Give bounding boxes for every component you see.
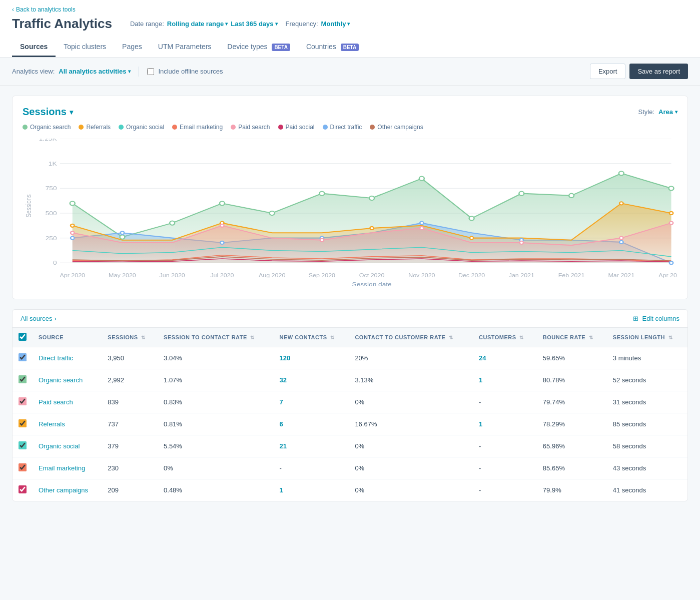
source-link[interactable]: Direct traffic: [39, 354, 73, 362]
svg-text:500: 500: [46, 210, 57, 217]
source-name-cell: Organic search: [33, 369, 102, 391]
source-link[interactable]: Other campaigns: [39, 486, 88, 494]
include-offline-text: Include offline sources: [158, 68, 223, 75]
tab-countries[interactable]: Countries BETA: [298, 38, 367, 57]
source-link[interactable]: Organic search: [39, 376, 83, 384]
row-checkbox[interactable]: [19, 375, 27, 383]
source-name-cell: Paid search: [33, 391, 102, 413]
source-name-cell: Organic social: [33, 435, 102, 457]
col-source: SOURCE: [33, 328, 102, 347]
sessions-cell: 230: [102, 457, 158, 479]
table-row: Direct traffic 3,950 3.04% 120 20% 24 59…: [13, 347, 687, 369]
svg-text:1K: 1K: [49, 161, 57, 167]
row-checkbox[interactable]: [19, 353, 27, 361]
session-to-contact-rate-cell: 3.04%: [158, 347, 274, 369]
svg-point-34: [420, 222, 423, 225]
beta-badge-device: BETA: [272, 44, 290, 51]
tab-topic-clusters[interactable]: Topic clusters: [56, 38, 114, 57]
col-bounce-rate: BOUNCE RATE ⇅: [537, 328, 607, 347]
legend-direct-traffic: Direct traffic: [323, 124, 362, 131]
table-row: Other campaigns 209 0.48% 1 0% - 79.9% 4…: [13, 479, 687, 501]
svg-text:Oct 2020: Oct 2020: [359, 273, 385, 278]
svg-text:Feb 2021: Feb 2021: [558, 273, 585, 278]
legend-dot-other-campaigns: [370, 125, 375, 130]
row-checkbox-cell[interactable]: [13, 457, 33, 479]
new-contacts-cell: 7: [274, 391, 349, 413]
analytics-view-dropdown[interactable]: All analytics activities: [59, 68, 131, 75]
contact-to-customer-rate-cell: 16.67%: [349, 413, 473, 435]
edit-columns-btn[interactable]: ⊞ Edit columns: [633, 315, 679, 322]
new-contacts-cell: -: [274, 457, 349, 479]
svg-point-17: [70, 201, 75, 205]
chart-title-dropdown[interactable]: Sessions: [23, 106, 73, 118]
svg-point-30: [71, 237, 74, 240]
table-row: Referrals 737 0.81% 6 16.67% 1 78.29% 85…: [13, 413, 687, 435]
customers-cell: -: [473, 391, 537, 413]
customers-cell: -: [473, 435, 537, 457]
row-checkbox[interactable]: [19, 441, 27, 449]
frequency-dropdown[interactable]: Monthly: [321, 20, 350, 28]
session-length-cell: 41 seconds: [607, 479, 687, 501]
source-link[interactable]: Organic social: [39, 442, 80, 450]
tab-utm-parameters[interactable]: UTM Parameters: [150, 38, 220, 57]
table-row: Email marketing 230 0% - 0% - 85.65% 43 …: [13, 457, 687, 479]
table-row: Organic search 2,992 1.07% 32 3.13% 1 80…: [13, 369, 687, 391]
row-checkbox-cell[interactable]: [13, 435, 33, 457]
source-name-cell: Direct traffic: [33, 347, 102, 369]
legend-dot-referrals: [79, 125, 84, 130]
all-sources-link[interactable]: All sources: [21, 315, 57, 322]
toolbar: Analytics view: All analytics activities…: [0, 58, 700, 86]
row-checkbox-cell[interactable]: [13, 413, 33, 435]
svg-point-23: [369, 196, 374, 200]
bounce-rate-cell: 59.65%: [537, 347, 607, 369]
tab-device-types[interactable]: Device types BETA: [219, 38, 298, 57]
svg-text:Aug 2020: Aug 2020: [259, 273, 285, 278]
back-link[interactable]: Back to analytics tools: [12, 6, 688, 13]
select-all-checkbox[interactable]: [19, 333, 27, 341]
session-to-contact-rate-cell: 5.54%: [158, 435, 274, 457]
row-checkbox[interactable]: [19, 419, 27, 427]
session-length-cell: 3 minutes: [607, 347, 687, 369]
row-checkbox[interactable]: [19, 463, 27, 471]
legend-paid-social: Paid social: [278, 124, 315, 131]
svg-text:0: 0: [53, 260, 57, 266]
row-checkbox[interactable]: [19, 397, 27, 405]
legend-other-campaigns: Other campaigns: [370, 124, 423, 131]
customers-cell: 1: [473, 369, 537, 391]
toolbar-divider: [139, 67, 139, 77]
last-365-days-dropdown[interactable]: Last 365 days: [231, 20, 277, 28]
source-name-cell: Other campaigns: [33, 479, 102, 501]
save-report-button[interactable]: Save as report: [629, 64, 688, 79]
chart-style-dropdown[interactable]: Area: [658, 108, 677, 116]
legend-dot-paid-search: [231, 125, 236, 130]
svg-point-49: [619, 237, 623, 240]
sources-table-card: All sources ⊞ Edit columns SOURCE SESSIO…: [12, 309, 688, 501]
source-name-cell: Email marketing: [33, 457, 102, 479]
contact-to-customer-rate-cell: 0%: [349, 391, 473, 413]
row-checkbox-cell[interactable]: [13, 479, 33, 501]
svg-point-29: [669, 186, 674, 190]
include-offline-checkbox[interactable]: [147, 68, 154, 75]
svg-point-48: [520, 241, 523, 244]
export-button[interactable]: Export: [590, 64, 626, 79]
row-checkbox-cell[interactable]: [13, 369, 33, 391]
nav-tabs: Sources Topic clusters Pages UTM Paramet…: [12, 38, 688, 57]
include-offline-label[interactable]: Include offline sources: [147, 68, 223, 75]
svg-point-44: [71, 231, 74, 234]
rolling-date-range-dropdown[interactable]: Rolling date range: [167, 20, 228, 28]
contact-to-customer-rate-cell: 0%: [349, 479, 473, 501]
svg-point-45: [220, 224, 224, 227]
row-checkbox[interactable]: [19, 485, 27, 493]
row-checkbox-cell[interactable]: [13, 347, 33, 369]
svg-text:Nov 2020: Nov 2020: [408, 273, 435, 278]
tab-pages[interactable]: Pages: [114, 38, 150, 57]
row-checkbox-cell[interactable]: [13, 391, 33, 413]
source-link[interactable]: Referrals: [39, 420, 65, 428]
contact-to-customer-rate-cell: 0%: [349, 435, 473, 457]
tab-sources[interactable]: Sources: [12, 38, 56, 57]
svg-text:Jul 2020: Jul 2020: [210, 273, 234, 278]
table-row: Organic social 379 5.54% 21 0% - 65.96% …: [13, 435, 687, 457]
source-link[interactable]: Paid search: [39, 398, 73, 406]
source-link[interactable]: Email marketing: [39, 464, 85, 472]
new-contacts-cell: 120: [274, 347, 349, 369]
